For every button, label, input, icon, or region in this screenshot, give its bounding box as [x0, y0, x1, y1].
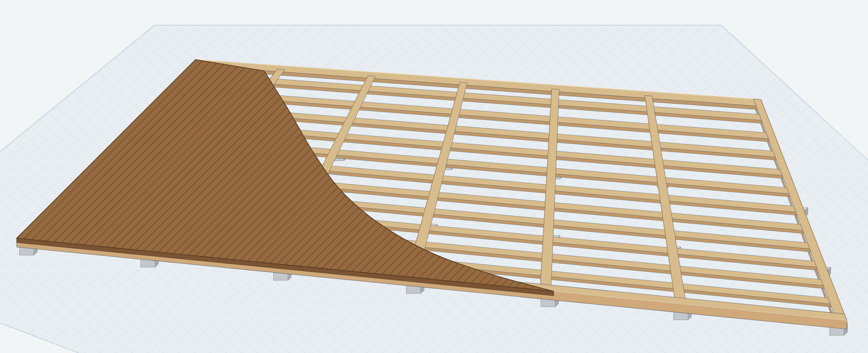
- 3d-viewport[interactable]: [0, 0, 868, 353]
- scene-svg[interactable]: [0, 0, 868, 353]
